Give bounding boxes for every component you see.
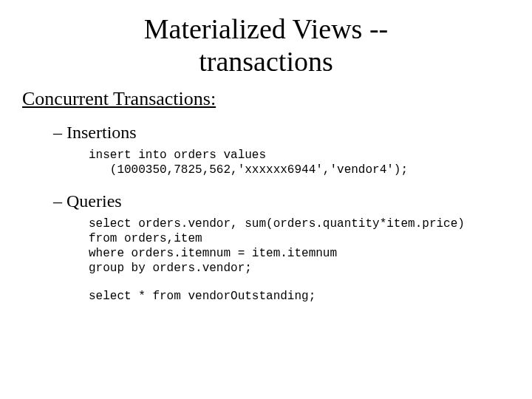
code-query1-line-2: from orders,item: [89, 231, 510, 246]
code-query1-line-4: group by orders.vendor;: [89, 261, 510, 276]
code-insert-line-2: (1000350,7825,562,'xxxxxx6944','vendor4'…: [89, 163, 510, 177]
bullet-dash: –: [53, 122, 66, 143]
bullet-dash: –: [53, 191, 66, 212]
slide-title: Materialized Views -- transactions: [22, 13, 510, 78]
code-query1-line-1: select orders.vendor, sum(orders.quantit…: [89, 216, 510, 231]
bullet-queries-label: Queries: [66, 191, 122, 211]
title-line-2: transactions: [199, 46, 333, 77]
slide-container: Materialized Views -- transactions Concu…: [0, 0, 532, 399]
bullet-insertions-label: Insertions: [66, 123, 137, 142]
bullet-insertions: –Insertions: [53, 122, 510, 143]
bullet-queries: –Queries: [53, 191, 510, 212]
title-line-1: Materialized Views --: [144, 13, 388, 44]
code-query2-line-1: select * from vendorOutstanding;: [89, 289, 510, 304]
code-query1-line-3: where orders.itemnum = item.itemnum: [89, 246, 510, 261]
code-insert-line-1: insert into orders values: [89, 148, 510, 163]
section-subtitle: Concurrent Transactions:: [22, 88, 510, 110]
